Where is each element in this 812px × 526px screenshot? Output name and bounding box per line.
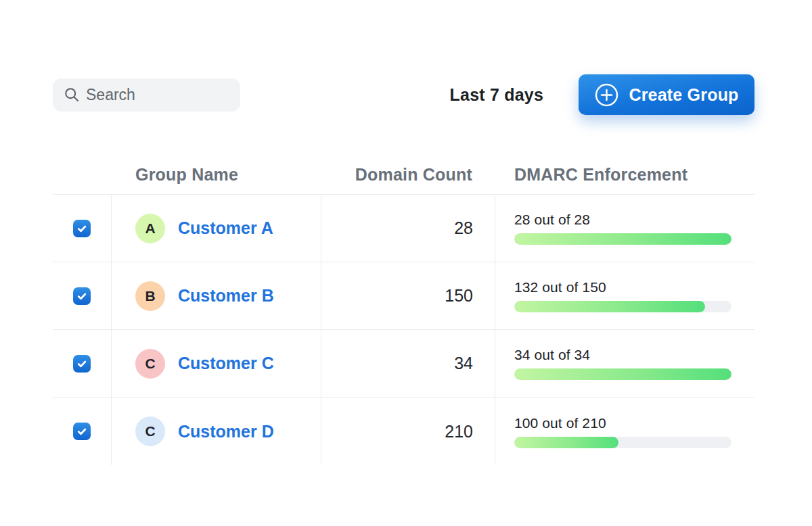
avatar-letter: C (145, 423, 155, 439)
domain-count-value: 210 (445, 422, 473, 441)
table-header: Group Name Domain Count DMARC Enforcemen… (53, 156, 754, 195)
avatar-letter: B (145, 288, 155, 304)
create-group-button[interactable]: Create Group (579, 74, 754, 115)
enforcement-label: 28 out of 28 (514, 212, 590, 228)
customer-avatar: A (135, 214, 165, 243)
enforcement-progressbar (514, 437, 731, 448)
enforcement-progressbar-fill (514, 301, 705, 312)
enforcement-progressbar-fill (514, 368, 731, 380)
enforcement-progressbar-fill (514, 233, 731, 245)
avatar-letter: A (145, 220, 155, 237)
search-input[interactable] (86, 86, 231, 104)
column-header-domain-count: Domain Count (321, 165, 495, 185)
domain-count-value: 150 (445, 286, 473, 306)
table-row: C Customer D 210 100 out of 210 (53, 398, 754, 465)
domain-count-value: 28 (454, 218, 473, 238)
row-checkbox[interactable] (73, 355, 91, 373)
avatar-letter: C (145, 356, 155, 372)
customer-avatar: C (135, 416, 165, 446)
customer-link[interactable]: Customer A (178, 218, 273, 238)
toolbar: Last 7 days Create Group (53, 74, 754, 115)
checkmark-icon (76, 290, 88, 302)
enforcement-progressbar (514, 233, 731, 245)
enforcement-label: 34 out of 34 (514, 347, 590, 363)
checkmark-icon (76, 425, 88, 437)
search-box[interactable] (53, 78, 240, 112)
checkmark-icon (76, 358, 88, 370)
page-card: Last 7 days Create Group Group Name Doma… (0, 0, 812, 526)
enforcement-progressbar-fill (514, 437, 618, 448)
column-header-group-name: Group Name (112, 165, 321, 185)
customer-link[interactable]: Customer B (178, 286, 274, 306)
table-row: A Customer A 28 28 out of 28 (53, 195, 754, 262)
row-checkbox[interactable] (73, 423, 91, 440)
column-header-dmarc-enforcement: DMARC Enforcement (495, 165, 754, 185)
plus-circle-icon (594, 82, 619, 107)
customer-avatar: C (135, 349, 165, 379)
customer-avatar: B (135, 281, 165, 311)
row-checkbox[interactable] (73, 220, 91, 237)
enforcement-progressbar (514, 368, 731, 380)
search-icon (64, 87, 79, 102)
table-body: A Customer A 28 28 out of 28 B Cus (53, 195, 754, 465)
table-row: C Customer C 34 34 out of 34 (53, 330, 754, 398)
customer-link[interactable]: Customer D (178, 422, 274, 441)
checkmark-icon (76, 222, 88, 235)
enforcement-progressbar (514, 301, 731, 312)
domain-count-value: 34 (454, 354, 473, 373)
enforcement-label: 100 out of 210 (514, 415, 606, 431)
period-label[interactable]: Last 7 days (450, 85, 543, 105)
create-group-label: Create Group (629, 85, 738, 105)
table-row: B Customer B 150 132 out of 150 (53, 262, 754, 330)
customer-link[interactable]: Customer C (178, 354, 274, 373)
row-checkbox[interactable] (73, 287, 91, 305)
enforcement-label: 132 out of 150 (514, 279, 606, 295)
